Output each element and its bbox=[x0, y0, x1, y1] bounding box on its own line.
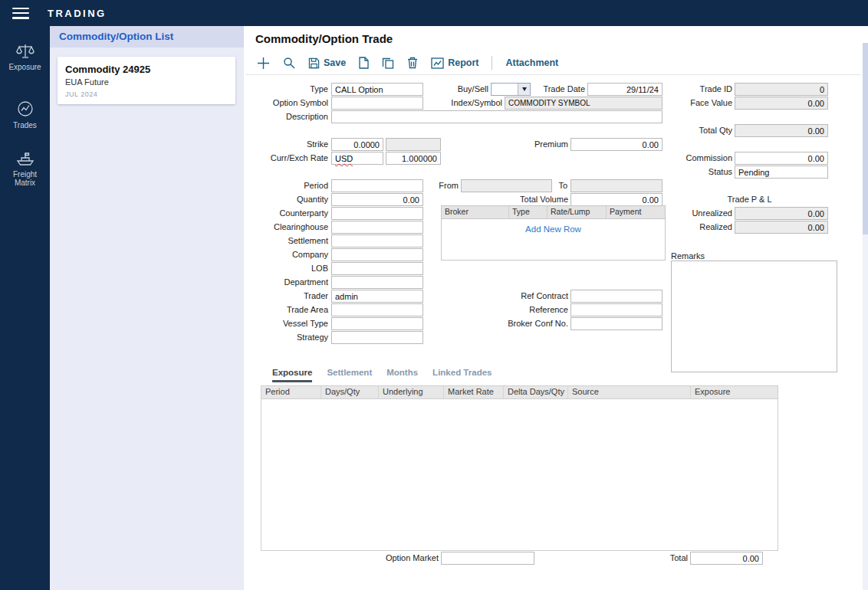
total-input[interactable] bbox=[690, 552, 763, 565]
strategy-input[interactable] bbox=[331, 331, 423, 344]
to-label: To bbox=[540, 180, 567, 192]
total-qty-input bbox=[735, 124, 828, 137]
search-button[interactable] bbox=[283, 57, 295, 69]
tab-months[interactable]: Months bbox=[386, 368, 418, 382]
quantity-input[interactable] bbox=[331, 193, 423, 206]
tab-settlement[interactable]: Settlement bbox=[327, 368, 372, 382]
strike-input[interactable] bbox=[331, 138, 383, 151]
index-symbol-label: Index/Symbol bbox=[426, 97, 502, 109]
from-label: From bbox=[420, 180, 459, 192]
reference-input[interactable] bbox=[570, 303, 663, 316]
face-value-input bbox=[735, 97, 828, 110]
broker-table-header: Broker Type Rate/Lump Payment bbox=[442, 206, 665, 219]
strategy-label: Strategy bbox=[252, 332, 328, 343]
type-label: Type bbox=[252, 84, 328, 95]
company-input[interactable] bbox=[331, 248, 423, 261]
quantity-label: Quantity bbox=[252, 194, 328, 205]
trade-id-input bbox=[735, 83, 828, 96]
add-new-row-link[interactable]: Add New Row bbox=[442, 225, 665, 234]
option-market-label: Option Market bbox=[354, 552, 439, 564]
sidebar: Exposure Trades Freight Matrix bbox=[0, 26, 50, 590]
trade-date-input[interactable] bbox=[587, 83, 663, 96]
report-label: Report bbox=[448, 57, 478, 68]
realized-input bbox=[735, 221, 828, 234]
to-input bbox=[570, 179, 663, 192]
total-volume-input[interactable] bbox=[570, 193, 663, 206]
buy-sell-label: Buy/Sell bbox=[427, 84, 488, 95]
period-input[interactable] bbox=[331, 179, 423, 192]
sidebar-item-freight-matrix[interactable]: Freight Matrix bbox=[0, 150, 50, 187]
vessel-type-label: Vessel Type bbox=[252, 318, 328, 329]
commission-input[interactable] bbox=[735, 152, 828, 165]
plus-icon bbox=[257, 57, 270, 70]
tab-linked-trades[interactable]: Linked Trades bbox=[432, 368, 492, 382]
broker-col-header: Rate/Lump bbox=[547, 206, 607, 218]
ref-contract-label: Ref Contract bbox=[499, 290, 568, 302]
trade-area-input[interactable] bbox=[331, 303, 423, 316]
counterparty-input[interactable] bbox=[331, 207, 423, 220]
sidebar-item-label: Freight Matrix bbox=[5, 170, 45, 187]
settlement-input[interactable] bbox=[331, 234, 423, 247]
tab-exposure[interactable]: Exposure bbox=[272, 368, 312, 382]
page-scrollbar-thumb[interactable] bbox=[863, 43, 868, 234]
attachment-button[interactable]: Attachment bbox=[505, 57, 558, 68]
trader-input[interactable] bbox=[331, 290, 423, 303]
report-button[interactable]: Report bbox=[431, 57, 478, 69]
commission-label: Commission bbox=[656, 152, 732, 164]
vessel-type-input[interactable] bbox=[331, 317, 423, 330]
delete-button[interactable] bbox=[407, 57, 418, 69]
description-input[interactable] bbox=[331, 110, 663, 123]
reference-label: Reference bbox=[499, 304, 568, 316]
unrealized-input bbox=[735, 207, 828, 220]
realized-label: Realized bbox=[656, 221, 732, 233]
menu-icon[interactable] bbox=[12, 8, 29, 19]
status-input[interactable] bbox=[735, 166, 828, 179]
exposure-table-header: Period Days/Qty Underlying Market Rate D… bbox=[261, 386, 778, 399]
index-symbol-input bbox=[505, 97, 663, 110]
attachment-label: Attachment bbox=[505, 57, 558, 68]
broker-conf-no-input[interactable] bbox=[570, 317, 663, 330]
strike-label: Strike bbox=[252, 139, 328, 150]
note-icon bbox=[359, 57, 369, 69]
department-input[interactable] bbox=[331, 276, 423, 289]
sidebar-item-trades[interactable]: Trades bbox=[0, 100, 50, 129]
total-volume-label: Total Volume bbox=[507, 194, 568, 205]
page-scrollbar[interactable] bbox=[863, 43, 868, 590]
lob-input[interactable] bbox=[331, 262, 423, 275]
broker-col-header: Type bbox=[509, 206, 547, 218]
page-title: Commodity/Option Trade bbox=[255, 32, 393, 45]
sidebar-item-label: Trades bbox=[0, 121, 50, 129]
premium-label: Premium bbox=[507, 139, 568, 150]
broker-conf-no-label: Broker Conf No. bbox=[492, 318, 568, 329]
remarks-textarea[interactable] bbox=[671, 261, 837, 372]
ship-icon bbox=[15, 150, 35, 167]
clearinghouse-input[interactable] bbox=[331, 221, 423, 234]
trade-id-label: Trade ID bbox=[656, 84, 732, 95]
type-input[interactable] bbox=[331, 83, 423, 96]
main-panel: Commodity/Option Trade Save Report Attac… bbox=[245, 26, 868, 590]
exposure-col-header: Delta Days/Qty bbox=[504, 386, 568, 398]
list-item-period: JUL 2024 bbox=[65, 90, 228, 98]
option-market-input[interactable] bbox=[441, 552, 534, 565]
sidebar-item-exposure[interactable]: Exposure bbox=[0, 43, 50, 71]
exposure-col-header: Days/Qty bbox=[321, 386, 379, 398]
report-icon bbox=[431, 57, 444, 69]
add-button[interactable] bbox=[257, 57, 270, 70]
strike-aux-input bbox=[386, 138, 441, 151]
note-button[interactable] bbox=[359, 57, 369, 69]
from-input bbox=[461, 179, 552, 192]
premium-input[interactable] bbox=[570, 138, 663, 151]
company-label: Company bbox=[252, 249, 328, 261]
option-symbol-input[interactable] bbox=[331, 97, 423, 110]
currency-input[interactable]: USD bbox=[331, 152, 383, 165]
period-label: Period bbox=[252, 180, 328, 192]
exposure-col-header: Market Rate bbox=[444, 386, 504, 398]
save-button[interactable]: Save bbox=[308, 57, 346, 69]
exch-rate-input[interactable] bbox=[386, 152, 441, 165]
save-label: Save bbox=[324, 57, 346, 68]
copy-button[interactable] bbox=[382, 57, 394, 69]
ref-contract-input[interactable] bbox=[570, 290, 663, 303]
list-item-title: Commodity 24925 bbox=[65, 64, 228, 75]
commodity-list-item[interactable]: Commodity 24925 EUA Future JUL 2024 bbox=[58, 57, 235, 104]
exposure-table: Period Days/Qty Underlying Market Rate D… bbox=[261, 385, 778, 551]
